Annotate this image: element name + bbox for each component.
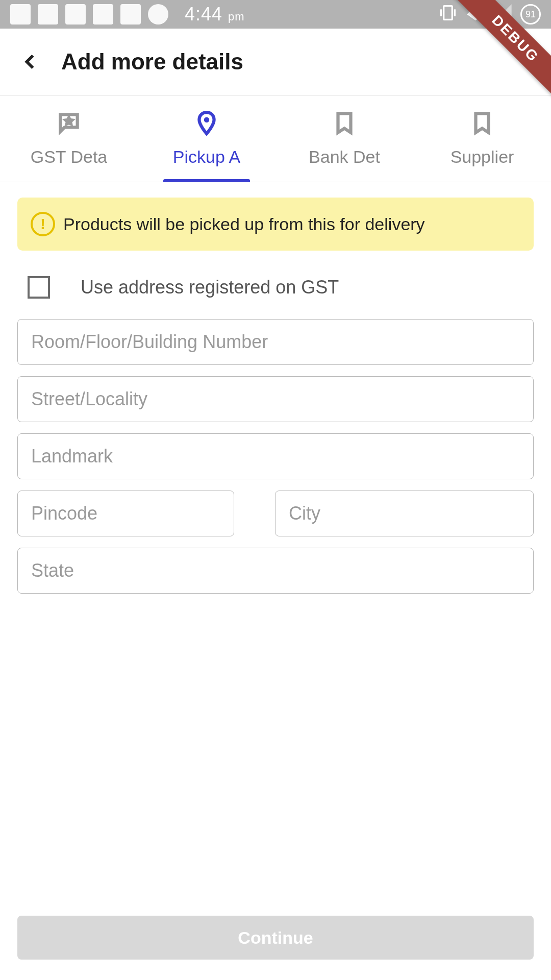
page-title: Add more details	[61, 49, 243, 75]
tab-label: GST Deta	[31, 147, 108, 167]
landmark-field[interactable]	[17, 433, 534, 479]
room-field[interactable]	[17, 319, 534, 365]
zomato-icon	[93, 4, 113, 24]
back-button[interactable]	[15, 46, 46, 77]
chrome-icon	[148, 4, 168, 24]
checkbox-label: Use address registered on GST	[81, 277, 339, 298]
chevron-left-icon	[21, 53, 40, 71]
checkbox[interactable]	[28, 276, 50, 299]
street-field[interactable]	[17, 376, 534, 422]
app-bar: Add more details	[0, 29, 551, 95]
pincode-field[interactable]	[17, 491, 234, 536]
use-gst-address-row[interactable]: Use address registered on GST	[17, 251, 534, 319]
time-suffix: pm	[228, 10, 245, 23]
bookmark-icon	[332, 110, 357, 136]
battery-badge: 91	[520, 4, 541, 24]
tabs: GST Deta Pickup A Bank Det Supplier	[0, 95, 551, 182]
tab-supplier[interactable]: Supplier	[413, 95, 551, 182]
wifi-icon	[465, 3, 486, 27]
state-field[interactable]	[17, 548, 534, 594]
tab-gst-details[interactable]: GST Deta	[0, 95, 138, 182]
location-pin-icon	[194, 110, 219, 136]
status-right: 91	[438, 3, 541, 27]
status-bar: 4:44 pm 91	[0, 0, 551, 29]
tab-label: Pickup A	[173, 147, 240, 167]
status-left: 4:44 pm	[10, 4, 245, 25]
svg-point-3	[204, 117, 209, 122]
app-icon	[38, 4, 58, 24]
continue-wrap: Continue	[17, 916, 534, 960]
city-field[interactable]	[275, 491, 534, 536]
time-value: 4:44	[185, 4, 222, 24]
tab-pickup-address[interactable]: Pickup A	[138, 95, 276, 182]
info-text: Products will be picked up from this for…	[63, 214, 425, 234]
image-icon	[120, 4, 141, 24]
signal-icon	[493, 3, 513, 27]
tab-label: Supplier	[450, 147, 514, 167]
status-time: 4:44 pm	[185, 4, 245, 25]
notification-icon	[10, 4, 31, 24]
bookmark-icon	[469, 110, 495, 136]
chat-star-icon	[56, 110, 82, 136]
warning-icon: !	[31, 212, 55, 236]
svg-rect-0	[444, 6, 453, 19]
continue-button[interactable]: Continue	[17, 916, 534, 960]
tab-label: Bank Det	[309, 147, 380, 167]
vibrate-icon	[438, 3, 458, 27]
blinkit-icon	[65, 4, 86, 24]
info-banner: ! Products will be picked up from this f…	[17, 198, 534, 251]
tab-bank-details[interactable]: Bank Det	[276, 95, 413, 182]
content: ! Products will be picked up from this f…	[0, 198, 551, 605]
